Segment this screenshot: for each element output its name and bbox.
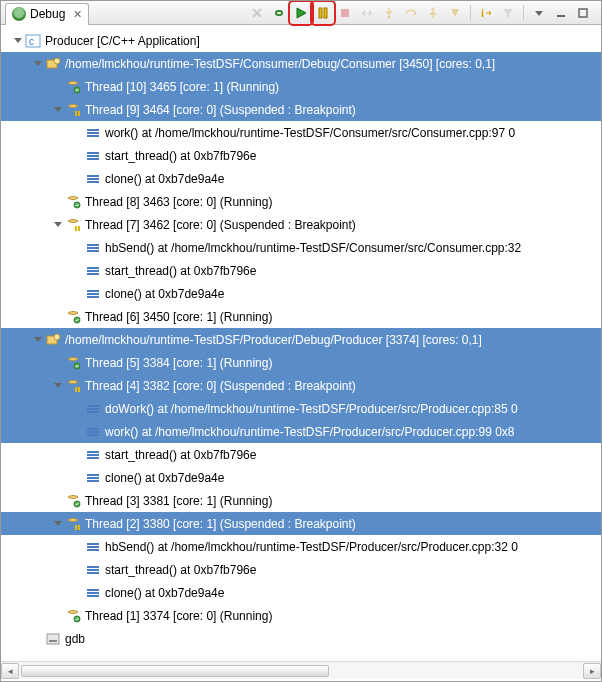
twistie-icon: [69, 263, 85, 279]
stack-frame[interactable]: work() at /home/lmckhou/runtime-TestDSF/…: [1, 420, 601, 443]
svg-rect-20: [87, 158, 99, 160]
tree-item-label: clone() at 0xb7de9a4e: [105, 172, 224, 186]
stack-frame[interactable]: hbSend() at /home/lmckhou/runtime-TestDS…: [1, 236, 601, 259]
thread-run-icon: [65, 493, 81, 509]
minimize-icon[interactable]: [551, 3, 571, 23]
stack-frame[interactable]: start_thread() at 0xb7fb796e: [1, 443, 601, 466]
stack-frame[interactable]: work() at /home/lmckhou/runtime-TestDSF/…: [1, 121, 601, 144]
thread-4[interactable]: Thread [4] 3382 [core: 0] (Suspended : B…: [1, 374, 601, 397]
use-step-filters-icon[interactable]: [498, 3, 518, 23]
svg-rect-51: [87, 474, 99, 476]
stack-frame[interactable]: clone() at 0xb7de9a4e: [1, 466, 601, 489]
frame-icon: [85, 148, 101, 164]
thread-7[interactable]: Thread [7] 3462 [core: 0] (Suspended : B…: [1, 213, 601, 236]
remove-terminated-icon[interactable]: [247, 3, 267, 23]
svg-rect-56: [78, 525, 80, 530]
suspend-icon[interactable]: [313, 3, 333, 23]
tree-item-label: Thread [1] 3374 [core: 0] (Running): [85, 609, 272, 623]
maximize-icon[interactable]: [573, 3, 593, 23]
resume-icon[interactable]: [291, 3, 311, 23]
twistie-icon: [49, 355, 65, 371]
gdb-process[interactable]: gdb: [1, 627, 601, 650]
svg-rect-63: [87, 589, 99, 591]
frame-icon: [85, 240, 101, 256]
stack-frame[interactable]: clone() at 0xb7de9a4e: [1, 282, 601, 305]
tree-item-label: Thread [5] 3384 [core: 1] (Running): [85, 356, 272, 370]
scroll-right-button[interactable]: ▸: [583, 663, 601, 679]
twistie-icon[interactable]: [49, 217, 65, 233]
launch-config[interactable]: cProducer [C/C++ Application]: [1, 29, 601, 52]
stack-frame[interactable]: clone() at 0xb7de9a4e: [1, 167, 601, 190]
tree-item-label: clone() at 0xb7de9a4e: [105, 471, 224, 485]
thread-sus-icon: [65, 378, 81, 394]
stack-frame[interactable]: start_thread() at 0xb7fb796e: [1, 558, 601, 581]
svg-rect-35: [87, 296, 99, 298]
tree-item-label: /home/lmckhou/runtime-TestDSF/Producer/D…: [65, 333, 482, 347]
step-return-icon[interactable]: [423, 3, 443, 23]
debug-tab[interactable]: Debug ✕: [5, 3, 89, 25]
process-producer[interactable]: /home/lmckhou/runtime-TestDSF/Producer/D…: [1, 328, 601, 351]
step-into-icon[interactable]: [379, 3, 399, 23]
stack-frame[interactable]: start_thread() at 0xb7fb796e: [1, 144, 601, 167]
svg-rect-34: [87, 293, 99, 295]
svg-rect-52: [87, 477, 99, 479]
thread-5[interactable]: Thread [5] 3384 [core: 1] (Running): [1, 351, 601, 374]
svg-rect-6: [557, 15, 565, 17]
terminate-icon[interactable]: [335, 3, 355, 23]
instruction-step-icon[interactable]: i: [476, 3, 496, 23]
svg-rect-15: [87, 129, 99, 131]
gdb-icon: [45, 631, 61, 647]
scroll-left-button[interactable]: ◂: [1, 663, 19, 679]
stack-frame[interactable]: doWork() at /home/lmckhou/runtime-TestDS…: [1, 397, 601, 420]
thread-8[interactable]: Thread [8] 3463 [core: 0] (Running): [1, 190, 601, 213]
thread-2[interactable]: Thread [2] 3380 [core: 1] (Suspended : B…: [1, 512, 601, 535]
svg-rect-28: [87, 247, 99, 249]
twistie-icon: [69, 562, 85, 578]
tree-item-label: Thread [9] 3464 [core: 0] (Suspended : B…: [85, 103, 356, 117]
twistie-icon[interactable]: [9, 33, 25, 49]
twistie-icon: [69, 148, 85, 164]
svg-rect-1: [324, 8, 327, 18]
tree-item-label: gdb: [65, 632, 85, 646]
twistie-icon: [69, 125, 85, 141]
stack-frame[interactable]: start_thread() at 0xb7fb796e: [1, 259, 601, 282]
drop-frame-icon[interactable]: [445, 3, 465, 23]
tab-title: Debug: [30, 7, 65, 21]
horizontal-scrollbar[interactable]: ◂ ▸: [1, 661, 601, 679]
svg-rect-26: [78, 226, 80, 231]
stack-frame[interactable]: clone() at 0xb7de9a4e: [1, 581, 601, 604]
thread-3[interactable]: Thread [3] 3381 [core: 1] (Running): [1, 489, 601, 512]
svg-rect-32: [87, 273, 99, 275]
debug-toolbar: i: [247, 3, 597, 23]
twistie-icon[interactable]: [29, 332, 45, 348]
thread-run-icon: [65, 79, 81, 95]
thread-6[interactable]: Thread [6] 3450 [core: 1] (Running): [1, 305, 601, 328]
close-icon[interactable]: ✕: [69, 8, 82, 21]
svg-rect-7: [579, 9, 587, 17]
twistie-icon[interactable]: [49, 378, 65, 394]
svg-rect-25: [75, 226, 77, 231]
svg-rect-17: [87, 135, 99, 137]
tree-item-label: Thread [2] 3380 [core: 1] (Suspended : B…: [85, 517, 356, 531]
disconnect-icon[interactable]: [357, 3, 377, 23]
svg-rect-65: [87, 595, 99, 597]
thread-10[interactable]: Thread [10] 3465 [core: 1] (Running): [1, 75, 601, 98]
stack-frame[interactable]: hbSend() at /home/lmckhou/runtime-TestDS…: [1, 535, 601, 558]
thread-9[interactable]: Thread [9] 3464 [core: 0] (Suspended : B…: [1, 98, 601, 121]
proc-icon: [45, 332, 61, 348]
scroll-thumb[interactable]: [21, 665, 329, 677]
thread-1[interactable]: Thread [1] 3374 [core: 0] (Running): [1, 604, 601, 627]
svg-rect-45: [87, 428, 99, 430]
twistie-icon[interactable]: [49, 516, 65, 532]
step-over-icon[interactable]: [401, 3, 421, 23]
view-menu-icon[interactable]: [529, 3, 549, 23]
debug-tree[interactable]: cProducer [C/C++ Application]/home/lmckh…: [1, 25, 601, 661]
twistie-icon[interactable]: [29, 56, 45, 72]
scroll-track[interactable]: [19, 663, 583, 679]
twistie-icon[interactable]: [49, 102, 65, 118]
process-consumer[interactable]: /home/lmckhou/runtime-TestDSF/Consumer/D…: [1, 52, 601, 75]
frame-icon: [85, 401, 101, 417]
connect-icon[interactable]: [269, 3, 289, 23]
tree-item-label: work() at /home/lmckhou/runtime-TestDSF/…: [105, 425, 515, 439]
twistie-icon: [69, 286, 85, 302]
